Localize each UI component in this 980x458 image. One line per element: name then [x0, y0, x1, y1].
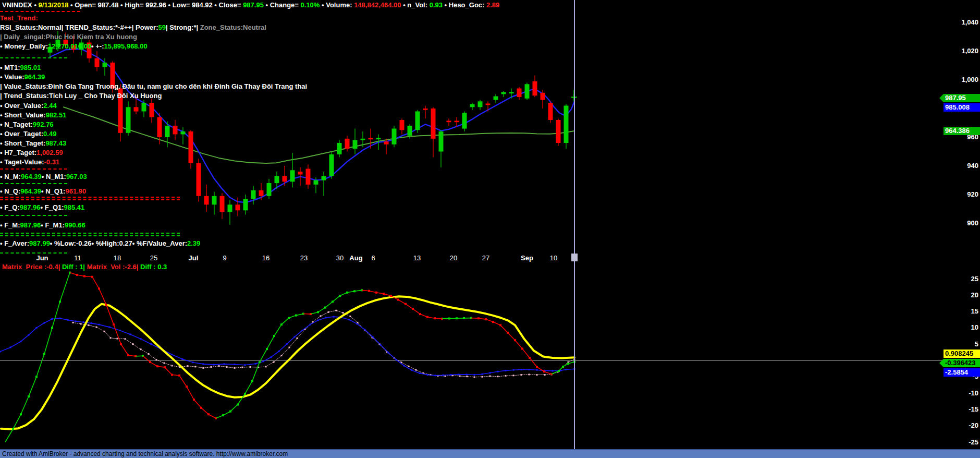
- indicator-text-line: • Taget-Value:-0.31: [0, 158, 59, 166]
- oscillator-tick-label: -15: [942, 405, 978, 413]
- matrix-price-line: [537, 367, 544, 372]
- diff-line-marker: [342, 312, 344, 314]
- candle-body: [376, 138, 381, 139]
- matrix-vol-marker: [325, 317, 327, 318]
- candle-body: [243, 199, 248, 210]
- status-bar: Created with AmiBroker - advanced charti…: [0, 449, 980, 458]
- diff-line-marker: [497, 376, 499, 377]
- matrix-price-line: [187, 387, 194, 400]
- matrix-vol-marker: [172, 354, 173, 355]
- chart-canvas[interactable]: [0, 0, 980, 458]
- date-label: 20: [450, 254, 457, 262]
- text-segment: • F_M:: [0, 221, 20, 229]
- ohlc-segment: 2.89: [486, 1, 499, 9]
- matrix-price-line: [267, 336, 274, 349]
- diff-line: [73, 310, 574, 377]
- matrix-price-line: [281, 318, 289, 325]
- indicator-text-line: • N_Q:964.39• N_Q1:961.90: [0, 187, 86, 195]
- value-tag: 985.008: [944, 103, 980, 112]
- matrix-vol-marker: [357, 323, 358, 324]
- oscillator-tick-label: 5: [942, 340, 978, 348]
- text-segment: • Short_Taget:: [0, 139, 45, 147]
- matrix-vol-marker: [36, 327, 38, 329]
- candle-body: [556, 120, 561, 143]
- text-segment: • F_Q:: [0, 203, 20, 211]
- matrix-price-line: [427, 317, 435, 319]
- matrix-vol-marker: [20, 341, 22, 342]
- matrix-vol-marker: [529, 369, 530, 370]
- matrix-vol-marker: [513, 369, 514, 371]
- text-segment: 985.01: [20, 64, 41, 71]
- indicator-text-line: • Over_Taget:0.49: [0, 130, 56, 138]
- candle-body: [501, 92, 506, 94]
- diff-line-marker: [521, 374, 522, 376]
- candle-body: [408, 126, 412, 136]
- diff-line-marker: [104, 331, 105, 332]
- diff-line-marker: [415, 369, 417, 371]
- matrix-price-line: [493, 322, 500, 325]
- text-segment: 987.96: [20, 203, 41, 211]
- text-segment: Zone_Status:Neutral: [200, 23, 266, 31]
- oscillator-tick-label: 10: [942, 323, 978, 331]
- indicator-text-line: Test_Trend:: [0, 14, 38, 22]
- matrix-price-line: [325, 302, 333, 307]
- candle-body: [470, 104, 475, 107]
- date-label: 18: [114, 254, 121, 262]
- matrix-vol-marker: [521, 369, 522, 370]
- matrix-price-line: [223, 412, 230, 416]
- diff-line-marker: [203, 367, 204, 369]
- text-segment: 990.66: [65, 221, 85, 229]
- value-tag: 964.386: [944, 127, 980, 135]
- text-segment: • N_Q:: [0, 187, 20, 195]
- candle-body: [157, 117, 162, 138]
- value-tag: -2.5854: [944, 368, 980, 377]
- matrix-price-line: [114, 324, 121, 344]
- text-segment: 12,270,016.00: [48, 42, 91, 50]
- ohlc-segment: 9/13/2018: [39, 1, 69, 9]
- signal-line: [1, 296, 574, 429]
- date-label: 25: [150, 254, 157, 262]
- matrix-vol-marker: [474, 374, 475, 376]
- candle-body: [103, 63, 107, 67]
- matrix-vol-marker: [263, 360, 264, 362]
- date-label: 16: [262, 254, 270, 262]
- text-segment: 0.49: [43, 130, 56, 138]
- indicator-text-line: • F_Q:987.96• F_Q1:985.41: [0, 203, 84, 211]
- text-segment: • H7_Taget:: [0, 149, 36, 156]
- date-label: Sep: [521, 254, 533, 262]
- date-label: Jun: [36, 254, 48, 262]
- diff-line-marker: [536, 374, 538, 376]
- matrix-price-line: [150, 362, 157, 366]
- ohlc-segment: VNINDEX: [2, 1, 32, 9]
- matrix-vol-marker: [450, 374, 452, 376]
- text-segment: • %F/Value_Aver:: [132, 239, 187, 247]
- text-segment: • Money_Daily:: [0, 42, 48, 50]
- diff-line-marker: [408, 366, 410, 367]
- diff-line-marker: [467, 376, 468, 377]
- matrix-vol-marker: [182, 358, 183, 360]
- diff-line-marker: [148, 353, 150, 355]
- candle-body: [204, 196, 209, 205]
- price-tick-label: 920: [942, 190, 978, 198]
- text-segment: | Value_Status:Đinh Gia Tang Truong. Đâu…: [0, 82, 307, 90]
- candle-body: [322, 176, 326, 180]
- candle-body: [189, 131, 193, 163]
- matrix-vol-marker: [99, 324, 100, 326]
- diff-line-marker: [336, 310, 337, 311]
- matrix-vol-marker: [119, 330, 121, 331]
- candle-body: [548, 103, 553, 120]
- text-segment: 964.39: [21, 173, 42, 180]
- diff-line-marker: [505, 375, 507, 377]
- indicator-text-line: • Over_Value:2.44: [0, 102, 57, 110]
- matrix-vol-marker: [372, 336, 374, 338]
- date-label: 27: [482, 254, 489, 262]
- matrix-vol-marker: [44, 322, 45, 324]
- candle-body: [150, 103, 154, 117]
- text-segment: | Trend_Status:Tich Luy _ Cho Thay Đôi X…: [0, 92, 162, 100]
- matrix-price-line: [384, 294, 391, 296]
- matrix-vol-marker: [151, 343, 152, 345]
- matrix-price-line: [245, 381, 252, 394]
- diff-line-marker: [132, 343, 134, 345]
- candle-body: [564, 106, 569, 143]
- text-segment: 964.39: [24, 73, 45, 81]
